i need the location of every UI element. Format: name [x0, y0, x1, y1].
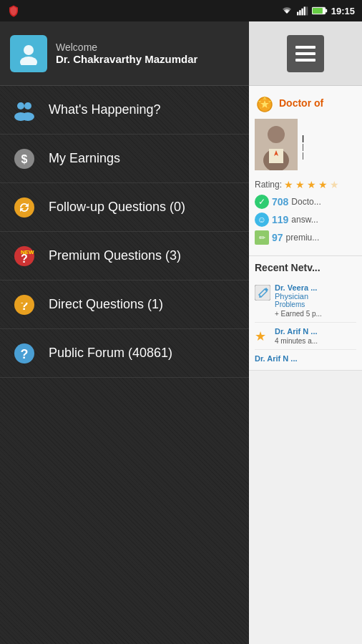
network-name-1: Dr. Arif N ...: [275, 327, 356, 336]
nav-public-forum[interactable]: ? Public Forum (40861): [0, 329, 249, 378]
star-1: ★: [284, 179, 293, 190]
right-panel: Doctor of | | |: [249, 21, 362, 644]
direct-question-icon: ?: [11, 292, 37, 318]
nav-my-earnings[interactable]: $ My Earnings: [0, 135, 249, 183]
doctor-of-row: Doctor of: [255, 93, 356, 113]
public-forum-icon: ?: [11, 341, 37, 366]
money-icon: $: [11, 146, 37, 172]
nav-followup-label: Follow-up Questions (0): [49, 200, 185, 215]
network-name-0: Dr. Veera ...: [275, 283, 356, 292]
refresh-icon: [11, 195, 37, 220]
stat-num-0: 708: [272, 196, 288, 208]
wifi-icon: [280, 6, 293, 16]
header-text: Welcome Dr. Chakravarthy Mazumdar: [56, 42, 197, 65]
network-info-0: Dr. Veera ... Physician Problems + Earne…: [275, 283, 356, 318]
time-display: 19:15: [331, 6, 355, 16]
rating-row: Rating: ★ ★ ★ ★ ★: [255, 179, 356, 190]
doctor-info-2: |: [302, 151, 304, 160]
stat-row-2: ✏ 97 premiu...: [255, 230, 356, 245]
nav-direct[interactable]: ? Direct Questions (1): [0, 280, 249, 329]
battery-icon: [312, 6, 328, 15]
svg-rect-3: [303, 6, 305, 15]
stat-row-0: ✓ 708 Docto...: [255, 195, 356, 209]
svg-rect-26: [295, 52, 315, 55]
nav-direct-label: Direct Questions (1): [49, 297, 163, 312]
shield-icon: [7, 4, 20, 17]
svg-rect-0: [297, 12, 298, 16]
network-item-0[interactable]: Dr. Veera ... Physician Problems + Earne…: [255, 279, 356, 323]
svg-text:$: $: [21, 153, 28, 165]
people-icon: [11, 97, 37, 123]
network-item-1[interactable]: ★ Dr. Arif N ... 4 minutes a...: [255, 323, 356, 350]
svg-rect-7: [313, 8, 323, 14]
stat-row-1: ☺ 119 answ...: [255, 213, 356, 227]
left-panel: Welcome Dr. Chakravarthy Mazumdar What's…: [0, 21, 249, 644]
check-icon: ✓: [255, 195, 269, 209]
network-info-1: Dr. Arif N ... 4 minutes a...: [275, 327, 356, 345]
stat-label-0: Docto...: [291, 197, 321, 207]
network-star-icon-1: ★: [255, 328, 270, 344]
network-earned-0: + Earned 5 p...: [275, 310, 356, 318]
star-3: ★: [307, 179, 316, 190]
network-info-2: Dr. Arif N ...: [255, 354, 356, 363]
signal-icon: [297, 6, 308, 16]
main-container: Welcome Dr. Chakravarthy Mazumdar What's…: [0, 21, 362, 644]
svg-text:?: ?: [21, 253, 28, 265]
nav-my-earnings-label: My Earnings: [49, 151, 120, 166]
star-2: ★: [295, 179, 305, 190]
status-bar: 19:15: [0, 0, 362, 21]
welcome-label: Welcome: [56, 42, 197, 53]
nav-premium-label: Premium Questions (3): [49, 248, 181, 263]
svg-point-13: [21, 112, 34, 121]
rating-label: Rating:: [255, 180, 282, 190]
smiley-icon: ☺: [255, 213, 269, 227]
svg-rect-4: [306, 6, 308, 15]
svg-rect-37: [255, 285, 270, 301]
nav-followup[interactable]: Follow-up Questions (0): [0, 183, 249, 232]
menu-button[interactable]: [287, 35, 324, 72]
stat-label-1: answ...: [291, 215, 318, 225]
status-left: [7, 4, 20, 17]
svg-rect-2: [301, 9, 303, 16]
nav-premium[interactable]: NEW ? Premium Questions (3): [0, 232, 249, 280]
svg-text:?: ?: [21, 347, 29, 361]
recent-network-section: Recent Netv... Dr. Veera ... Physician P…: [249, 256, 362, 371]
premium-icon: NEW ?: [11, 243, 37, 269]
svg-point-11: [24, 102, 31, 109]
star-4: ★: [318, 179, 328, 190]
doctor-of-title: Doctor of: [279, 97, 323, 109]
doctor-name-placeholder: |: [302, 134, 304, 142]
nav-public-forum-label: Public Forum (40861): [49, 346, 172, 361]
svg-rect-6: [326, 9, 327, 13]
edit-icon: ✏: [255, 230, 269, 245]
network-edit-icon-0: [255, 285, 270, 301]
nav-whats-happening[interactable]: What's Happening?: [0, 86, 249, 135]
svg-point-8: [24, 45, 34, 55]
stat-num-2: 97: [272, 232, 283, 243]
app-header: Welcome Dr. Chakravarthy Mazumdar: [0, 21, 249, 86]
svg-point-33: [268, 126, 285, 143]
network-name-2: Dr. Arif N ...: [255, 354, 356, 363]
star-5: ★: [330, 179, 339, 190]
stat-num-1: 119: [272, 214, 288, 225]
network-time-1: 4 minutes a...: [275, 337, 356, 345]
network-sub-0: Problems: [275, 301, 356, 308]
network-item-2[interactable]: Dr. Arif N ...: [255, 350, 356, 367]
recent-network-title: Recent Netv...: [255, 262, 356, 273]
svg-point-9: [20, 57, 37, 65]
medal-icon: [255, 93, 275, 113]
stat-label-2: premiu...: [286, 233, 320, 243]
nav-whats-happening-label: What's Happening?: [49, 102, 161, 117]
status-right: 19:15: [280, 6, 355, 16]
doctor-info-1: |: [302, 142, 304, 151]
svg-point-16: [14, 197, 34, 218]
network-specialty-0: Physician: [275, 292, 356, 301]
doctor-photo: [255, 119, 298, 170]
user-name: Dr. Chakravarthy Mazumdar: [56, 53, 197, 65]
svg-rect-1: [299, 10, 300, 15]
right-header: [249, 21, 362, 86]
doctor-of-section: Doctor of | | |: [249, 86, 362, 256]
svg-rect-25: [295, 46, 315, 49]
avatar: [10, 35, 47, 72]
svg-point-10: [17, 102, 24, 109]
